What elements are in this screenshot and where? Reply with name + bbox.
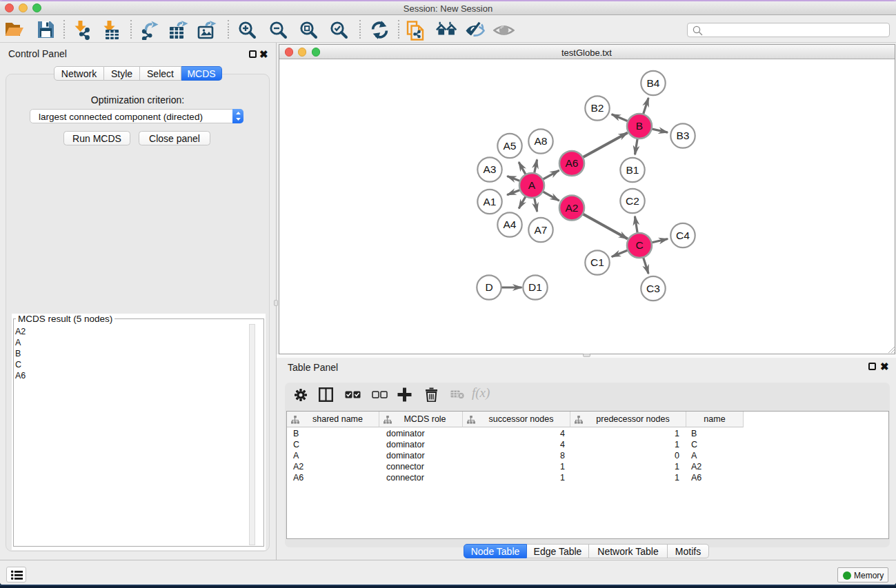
svg-text:A2: A2 [566,202,579,214]
svg-text:A6: A6 [566,157,579,169]
svg-text:B3: B3 [677,130,690,141]
svg-text:D1: D1 [528,281,542,293]
svg-text:C4: C4 [676,230,690,241]
svg-text:A4: A4 [504,219,517,230]
svg-text:A1: A1 [484,196,497,207]
svg-text:A5: A5 [504,140,517,152]
svg-text:B1: B1 [626,164,639,176]
svg-text:A7: A7 [535,224,548,236]
svg-text:C: C [635,239,643,251]
svg-text:A: A [528,179,536,191]
svg-text:C2: C2 [626,195,639,207]
svg-text:B: B [636,120,643,132]
svg-text:A3: A3 [484,163,497,175]
svg-text:B4: B4 [647,77,660,89]
svg-text:C1: C1 [590,256,604,268]
svg-text:D: D [485,281,492,293]
svg-text:C3: C3 [646,283,660,294]
svg-text:A8: A8 [535,135,548,147]
svg-text:B2: B2 [591,102,604,114]
